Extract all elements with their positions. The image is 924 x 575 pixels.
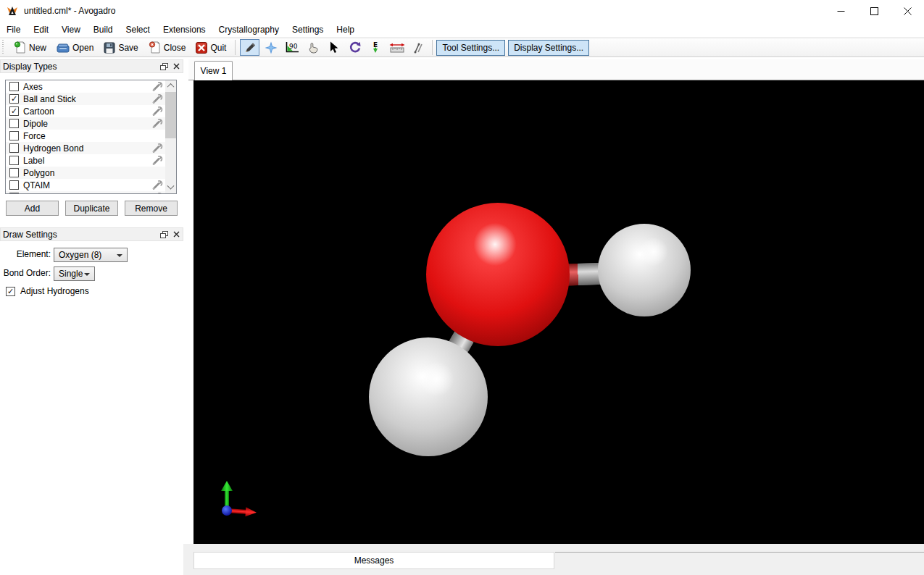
display-type-checkbox[interactable] <box>9 156 19 165</box>
bond-order-select[interactable]: Single <box>54 266 95 281</box>
align-icon <box>412 42 423 54</box>
menu-item-crystallography[interactable]: Crystallography <box>212 22 286 37</box>
display-type-checkbox[interactable] <box>9 193 19 194</box>
menu-item-edit[interactable]: Edit <box>27 22 55 37</box>
pencil-icon <box>244 41 257 54</box>
display-type-row[interactable]: Hydrogen Bond <box>6 142 165 154</box>
display-types-header[interactable]: Display Types <box>0 59 183 73</box>
quit-button-label: Quit <box>210 43 226 53</box>
menu-item-file[interactable]: File <box>0 22 27 37</box>
menu-item-build[interactable]: Build <box>87 22 120 37</box>
left-dock: Display Types Axes✓Ball and Stick✓Cartoo… <box>0 57 188 575</box>
display-type-checkbox[interactable] <box>9 82 19 91</box>
display-type-row[interactable]: Ribbon <box>6 191 165 194</box>
wrench-settings-icon[interactable] <box>152 180 164 190</box>
display-types-list: Axes✓Ball and Stick✓CartoonDipoleForceHy… <box>5 80 177 194</box>
atom-hydrogen[interactable] <box>598 224 691 316</box>
display-types-scrollbar[interactable] <box>165 80 176 193</box>
float-panel-button[interactable] <box>158 229 170 240</box>
display-type-row[interactable]: Force <box>6 130 165 142</box>
toolbar-separator <box>235 40 236 55</box>
display-type-checkbox[interactable] <box>9 180 19 190</box>
navigate-star-icon <box>265 41 278 54</box>
gl-viewport[interactable] <box>193 80 924 544</box>
close-icon <box>173 231 180 238</box>
bond-order-label: Bond Order: <box>4 268 51 278</box>
chevron-down-icon <box>84 273 90 276</box>
selection-tool-button[interactable] <box>324 39 344 56</box>
remove-display-type-button[interactable]: Remove <box>125 201 178 216</box>
menubar: FileEditViewBuildSelectExtensionsCrystal… <box>0 22 924 38</box>
display-type-row[interactable]: Dipole <box>6 117 165 130</box>
navigate-tool-button[interactable] <box>261 39 280 56</box>
maximize-button[interactable] <box>857 0 891 22</box>
display-type-row[interactable]: Polygon <box>6 167 165 179</box>
display-types-buttons: AddDuplicateRemove <box>6 201 178 216</box>
minimize-button[interactable] <box>824 0 857 22</box>
auto-optimize-tool-button[interactable]: E <box>366 39 386 56</box>
new-button-label: New <box>29 43 46 53</box>
toolbar-drag-handle[interactable] <box>1 40 7 55</box>
display-type-row[interactable]: ✓Cartoon <box>6 105 165 117</box>
wrench-settings-icon[interactable] <box>152 143 164 154</box>
display-type-row[interactable]: Axes <box>6 80 165 93</box>
open-button-label: Open <box>72 43 93 53</box>
element-label: Element: <box>17 249 51 259</box>
close-button[interactable] <box>891 0 924 22</box>
scroll-down-button[interactable] <box>165 182 176 193</box>
bond-centric-tool-button[interactable]: 90 <box>282 39 301 56</box>
display-type-checkbox[interactable] <box>9 168 19 177</box>
scroll-up-button[interactable] <box>165 80 176 91</box>
chevron-up-icon <box>167 83 175 91</box>
wrench-settings-icon[interactable] <box>152 155 164 166</box>
display-settings-button[interactable]: Display Settings... <box>508 40 589 56</box>
wrench-settings-icon[interactable] <box>152 192 164 194</box>
scrollbar-thumb[interactable] <box>165 92 176 138</box>
duplicate-display-type-button[interactable]: Duplicate <box>65 201 118 216</box>
wrench-settings-icon[interactable] <box>152 118 164 129</box>
save-button[interactable]: Save <box>99 39 143 56</box>
display-type-checkbox[interactable]: ✓ <box>9 94 19 104</box>
draw-settings-header[interactable]: Draw Settings <box>0 227 183 241</box>
menu-item-help[interactable]: Help <box>330 22 361 37</box>
wrench-settings-icon[interactable] <box>152 106 164 117</box>
manipulate-tool-button[interactable] <box>303 39 322 56</box>
wrench-settings-icon[interactable] <box>152 93 164 104</box>
tool-settings-button[interactable]: Tool Settings... <box>436 40 505 56</box>
display-type-checkbox[interactable] <box>9 131 19 140</box>
close-button[interactable]: Close <box>143 38 191 56</box>
menu-item-settings[interactable]: Settings <box>286 22 330 37</box>
float-icon <box>160 63 168 70</box>
atom-oxygen[interactable] <box>426 203 570 346</box>
align-tool-button[interactable] <box>408 39 428 56</box>
display-type-row[interactable]: Label <box>6 154 165 167</box>
measure-tool-button[interactable] <box>387 39 407 56</box>
display-type-label: Ball and Stick <box>23 94 152 104</box>
float-panel-button[interactable] <box>158 61 170 72</box>
open-button[interactable]: Open <box>51 39 99 56</box>
menu-item-view[interactable]: View <box>55 22 87 37</box>
wrench-settings-icon[interactable] <box>152 81 164 92</box>
display-type-checkbox[interactable] <box>9 119 19 128</box>
display-type-checkbox[interactable]: ✓ <box>9 106 19 116</box>
element-select[interactable]: Oxygen (8) <box>54 248 128 262</box>
add-display-type-button[interactable]: Add <box>6 201 59 216</box>
quit-button[interactable]: Quit <box>191 39 231 56</box>
display-type-checkbox[interactable] <box>9 143 19 153</box>
new-button[interactable]: New <box>9 38 51 56</box>
menu-item-extensions[interactable]: Extensions <box>157 22 212 37</box>
menu-item-select[interactable]: Select <box>120 22 157 37</box>
close-icon <box>904 7 912 15</box>
angle-90-icon: 90 <box>285 41 299 54</box>
display-type-row[interactable]: QTAIM <box>6 179 165 191</box>
tab-view-1[interactable]: View 1 <box>194 61 233 80</box>
close-document-icon <box>149 41 161 54</box>
atom-hydrogen[interactable] <box>369 337 488 456</box>
tab-messages[interactable]: Messages <box>193 552 554 569</box>
close-panel-button[interactable] <box>170 61 183 72</box>
draw-tool-button[interactable] <box>240 39 259 56</box>
close-panel-button[interactable] <box>170 229 183 240</box>
adjust-hydrogens-checkbox[interactable]: ✓ <box>6 287 15 296</box>
auto-rotate-tool-button[interactable] <box>345 39 365 56</box>
display-type-row[interactable]: ✓Ball and Stick <box>6 93 165 105</box>
